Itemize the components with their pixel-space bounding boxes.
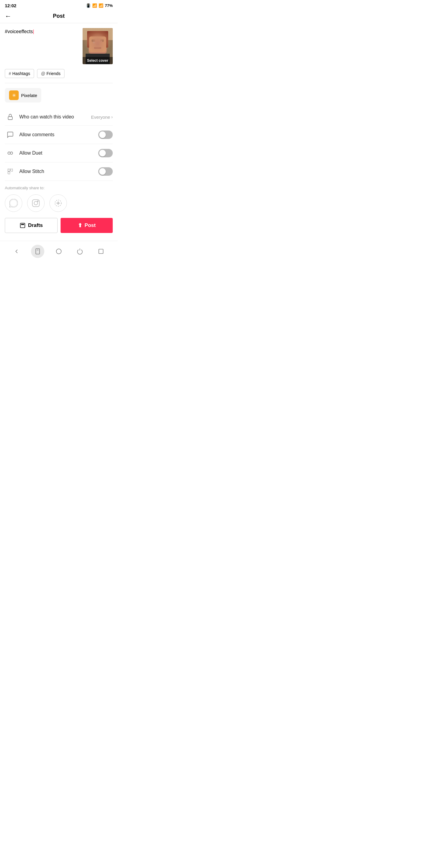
hash-icon: # (9, 71, 11, 76)
who-can-watch-value: Everyone › (91, 115, 113, 120)
svg-point-23 (34, 201, 38, 205)
share-section: Automatically share to: (5, 186, 113, 212)
chevron-right-icon: › (111, 115, 113, 119)
svg-rect-4 (87, 31, 91, 48)
at-icon: @ (41, 71, 45, 76)
svg-rect-28 (20, 223, 25, 228)
allow-duet-toggle[interactable] (98, 149, 113, 157)
nav-back-button[interactable] (10, 245, 23, 258)
duet-icon (5, 150, 16, 157)
svg-rect-30 (36, 249, 40, 254)
allow-stitch-label: Allow Stitch (19, 169, 98, 174)
svg-rect-16 (8, 117, 12, 120)
svg-rect-5 (104, 31, 108, 48)
who-can-watch-label: Who can watch this video (19, 114, 91, 120)
post-label: Post (85, 222, 96, 228)
allow-stitch-toggle[interactable] (98, 167, 113, 176)
hashtags-button[interactable]: # Hashtags (5, 69, 34, 78)
main-content: #voiceeffects| (0, 23, 118, 241)
post-button[interactable]: ⬆ Post (61, 218, 113, 233)
nav-circle-icon (56, 248, 62, 255)
svg-rect-8 (100, 39, 104, 42)
effect-name: Pixelate (21, 93, 37, 98)
svg-rect-29 (22, 224, 24, 225)
nav-power-button[interactable] (73, 245, 87, 258)
nav-home-button[interactable] (31, 245, 44, 258)
back-button[interactable]: ← (5, 12, 11, 20)
svg-rect-1 (83, 28, 113, 40)
nav-bar (0, 241, 118, 263)
svg-point-24 (37, 201, 38, 202)
caption-input[interactable]: #voiceeffects| (5, 28, 79, 35)
text-cursor: | (33, 29, 34, 34)
allow-comments-label: Allow comments (19, 132, 98, 137)
signal-icon: 📶 (98, 3, 103, 8)
caption-area: #voiceeffects| (5, 28, 79, 35)
status-icons: 📳 📶 📶 77% (86, 3, 113, 8)
friends-button[interactable]: @ Friends (37, 69, 64, 78)
vibrate-icon: 📳 (86, 3, 91, 8)
svg-point-18 (10, 152, 13, 154)
everyone-text: Everyone (91, 115, 110, 120)
svg-rect-12 (94, 47, 101, 49)
svg-point-32 (56, 249, 61, 254)
nav-power-icon (76, 248, 83, 255)
svg-point-9 (93, 41, 95, 43)
comment-icon (5, 131, 16, 138)
instagram-share-button[interactable] (27, 194, 44, 212)
nav-home-icon (34, 248, 41, 255)
share-label: Automatically share to: (5, 186, 113, 190)
svg-rect-33 (99, 249, 103, 254)
video-thumbnail[interactable]: Select cover (83, 28, 113, 64)
post-icon: ⬆ (78, 222, 82, 229)
drafts-icon (20, 222, 26, 228)
friends-label: Friends (46, 71, 61, 76)
svg-rect-19 (8, 169, 10, 171)
effect-symbol: ✳ (12, 93, 16, 98)
svg-rect-20 (10, 169, 13, 171)
caption-text: #voiceeffects (5, 29, 33, 34)
status-time: 12:02 (5, 3, 16, 8)
who-can-watch-row[interactable]: Who can watch this video Everyone › (5, 108, 113, 126)
bottom-buttons: Drafts ⬆ Post (5, 218, 113, 236)
tag-buttons-row: # Hashtags @ Friends (5, 69, 113, 78)
svg-point-17 (8, 152, 10, 154)
effect-icon-box: ✳ (9, 90, 19, 100)
caption-thumbnail-row: #voiceeffects| (5, 28, 113, 64)
lock-icon (5, 113, 16, 121)
effect-tag[interactable]: ✳ Pixelate (5, 88, 41, 102)
settings-section: Who can watch this video Everyone › Allo… (5, 108, 113, 181)
tiktok-share-icon (54, 199, 62, 207)
nav-back-icon (13, 248, 20, 255)
battery-icon: 77% (105, 3, 113, 8)
wifi-icon: 📶 (92, 3, 97, 8)
allow-comments-toggle[interactable] (98, 130, 113, 139)
nav-square-button[interactable] (94, 245, 107, 258)
allow-comments-row: Allow comments (5, 126, 113, 144)
nav-square-icon (98, 248, 104, 255)
header: ← Post (0, 10, 118, 23)
allow-duet-row: Allow Duet (5, 144, 113, 162)
hashtags-label: Hashtags (12, 71, 30, 76)
drafts-label: Drafts (28, 222, 43, 228)
svg-rect-2 (89, 33, 107, 54)
stitch-icon (5, 168, 16, 175)
instagram-icon (32, 199, 40, 207)
svg-rect-11 (96, 44, 99, 45)
page-title: Post (53, 13, 64, 19)
svg-rect-3 (87, 31, 108, 40)
drafts-button[interactable]: Drafts (5, 218, 58, 233)
svg-rect-6 (89, 36, 106, 52)
svg-rect-21 (8, 172, 10, 174)
tiktok-share-button[interactable] (50, 194, 67, 212)
whatsapp-share-button[interactable] (5, 194, 22, 212)
divider-1 (5, 83, 113, 83)
svg-rect-22 (32, 199, 39, 207)
nav-circle-button[interactable] (52, 245, 65, 258)
status-bar: 12:02 📳 📶 📶 77% (0, 0, 118, 10)
select-cover-label[interactable]: Select cover (83, 57, 113, 64)
svg-rect-7 (92, 39, 95, 42)
svg-point-10 (101, 41, 102, 42)
share-icons-row (5, 194, 113, 212)
allow-stitch-row: Allow Stitch (5, 162, 113, 181)
